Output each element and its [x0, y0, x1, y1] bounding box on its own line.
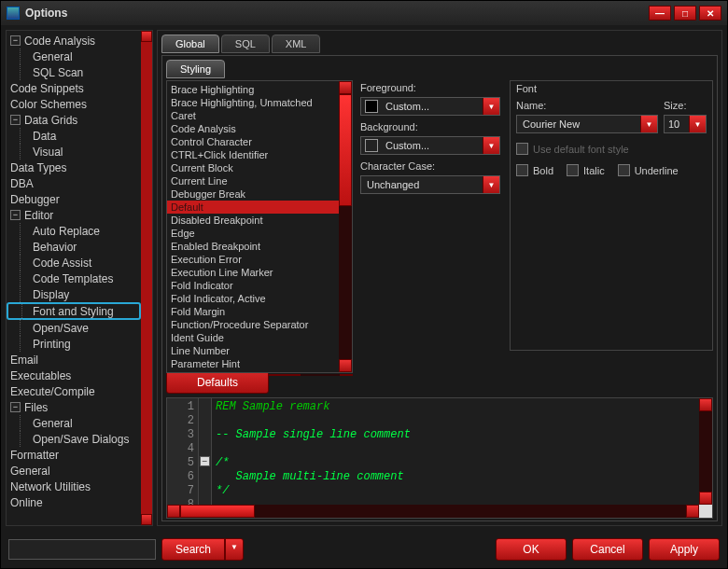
chevron-down-icon[interactable]: ▼ — [483, 137, 499, 154]
tree-item-code-snippets[interactable]: Code Snippets — [7, 80, 141, 96]
tree-expander-icon[interactable]: − — [10, 402, 21, 412]
style-list-item[interactable]: Debugger Break — [167, 187, 339, 201]
underline-checkbox[interactable]: Underline — [618, 164, 679, 176]
tree-item-files[interactable]: −Files — [7, 399, 141, 415]
tree-item-behavior[interactable]: Behavior — [7, 239, 141, 255]
preview-vscrollbar[interactable] — [699, 398, 712, 505]
tab-global[interactable]: Global — [161, 35, 219, 53]
tree-item-debugger[interactable]: Debugger — [7, 191, 141, 207]
charcase-dropdown[interactable]: Unchanged ▼ — [360, 175, 500, 194]
tree-item-open-save[interactable]: Open/Save — [7, 320, 141, 336]
tree-item-formatter[interactable]: Formatter — [7, 447, 141, 463]
style-list-item[interactable]: Control Character — [167, 135, 339, 148]
tab-xml[interactable]: XML — [272, 35, 321, 53]
search-button[interactable]: Search — [161, 538, 225, 561]
foreground-dropdown[interactable]: Custom... ▼ — [360, 97, 500, 116]
style-list-vscrollbar[interactable] — [339, 81, 352, 372]
close-button[interactable]: ✕ — [699, 6, 721, 21]
style-list-item[interactable]: Current Block — [167, 161, 339, 174]
style-list-item[interactable]: Caret — [167, 109, 339, 122]
style-list-item[interactable]: Fold Margin — [167, 305, 339, 318]
style-list-item[interactable]: Ident Guide — [167, 331, 339, 344]
style-list-item[interactable]: Code Analysis — [167, 122, 339, 135]
tree-item-data[interactable]: Data — [7, 128, 141, 144]
preview-fold-gutter: − — [199, 398, 212, 505]
style-list-item[interactable]: Execution Error — [167, 253, 339, 266]
style-list-item[interactable]: CTRL+Click Identifier — [167, 148, 339, 161]
code-line — [216, 414, 695, 428]
tree-item-executables[interactable]: Executables — [7, 368, 141, 383]
tree-item-visual[interactable]: Visual — [7, 144, 141, 160]
tree-item-sql-scan[interactable]: SQL Scan — [7, 64, 141, 80]
style-list-item[interactable]: Edge — [167, 227, 339, 240]
style-list-item[interactable]: Brace Highlighting, Unmatched — [167, 96, 339, 109]
tree-scrollbar[interactable] — [141, 31, 152, 525]
search-dropdown-button[interactable]: ▼ — [225, 538, 244, 561]
tree-expander-icon[interactable]: − — [10, 115, 21, 125]
preview-hscrollbar[interactable] — [167, 505, 712, 518]
tree-expander-icon[interactable]: − — [10, 35, 21, 46]
style-list-item[interactable]: Execution Line Marker — [167, 266, 339, 279]
tree-item-code-templates[interactable]: Code Templates — [7, 271, 141, 286]
use-default-font-checkbox[interactable]: Use default font style — [516, 143, 707, 155]
tree-item-label: Debugger — [10, 193, 60, 206]
tree-item-general[interactable]: General — [7, 49, 141, 64]
tree-item-auto-replace[interactable]: Auto Replace — [7, 223, 141, 239]
options-tree[interactable]: −Code AnalysisGeneralSQL ScanCode Snippe… — [7, 31, 141, 525]
window-title: Options — [25, 7, 649, 20]
chevron-down-icon[interactable]: ▼ — [640, 116, 657, 132]
style-list[interactable]: Brace HighlightingBrace Highlighting, Un… — [166, 80, 353, 373]
style-list-item[interactable]: Brace Highlighting — [167, 83, 339, 96]
tree-item-open-save-dialogs[interactable]: Open/Save Dialogs — [7, 431, 141, 447]
tree-item-general[interactable]: General — [7, 463, 141, 479]
style-list-item[interactable]: Current Line — [167, 174, 339, 187]
tree-item-code-assist[interactable]: Code Assist — [7, 255, 141, 271]
title-bar: Options — □ ✕ — [1, 1, 727, 25]
search-input[interactable] — [8, 539, 156, 560]
tree-item-label: Data — [33, 130, 56, 143]
maximize-button[interactable]: □ — [674, 6, 696, 21]
chevron-down-icon[interactable]: ▼ — [483, 98, 499, 115]
tree-item-execute-compile[interactable]: Execute/Compile — [7, 383, 141, 399]
chevron-down-icon[interactable]: ▼ — [483, 176, 499, 193]
background-dropdown[interactable]: Custom... ▼ — [360, 136, 500, 155]
tree-item-email[interactable]: Email — [7, 352, 141, 368]
tree-item-code-analysis[interactable]: −Code Analysis — [7, 33, 141, 49]
style-list-item[interactable]: Function/Procedure Separator — [167, 318, 339, 331]
tree-item-data-types[interactable]: Data Types — [7, 160, 141, 175]
minimize-button[interactable]: — — [649, 6, 671, 21]
preview-code[interactable]: REM Sample remark-- Sample single line c… — [212, 398, 699, 505]
italic-checkbox[interactable]: Italic — [567, 164, 605, 176]
tree-item-dba[interactable]: DBA — [7, 175, 141, 191]
tab-sql[interactable]: SQL — [221, 35, 270, 53]
style-list-item[interactable]: Enabled Breakpoint — [167, 240, 339, 253]
tree-item-label: Color Schemes — [10, 98, 87, 111]
style-list-item[interactable]: Line Number — [167, 344, 339, 357]
tree-item-editor[interactable]: −Editor — [7, 207, 141, 223]
ok-button[interactable]: OK — [496, 538, 567, 561]
fold-indicator-icon[interactable]: − — [200, 456, 210, 466]
style-list-item[interactable]: Fold Indicator — [167, 279, 339, 292]
code-line — [216, 442, 695, 456]
tree-item-online[interactable]: Online — [7, 494, 141, 510]
chevron-down-icon[interactable]: ▼ — [689, 116, 706, 132]
font-size-dropdown[interactable]: 10 ▼ — [664, 115, 707, 133]
tree-item-printing[interactable]: Printing — [7, 336, 141, 352]
cancel-button[interactable]: Cancel — [572, 538, 643, 561]
tree-expander-icon[interactable]: − — [10, 210, 21, 220]
tree-item-network-utilities[interactable]: Network Utilities — [7, 479, 141, 494]
tree-item-display[interactable]: Display — [7, 286, 141, 302]
font-name-dropdown[interactable]: Courier New ▼ — [516, 115, 658, 133]
tree-item-color-schemes[interactable]: Color Schemes — [7, 96, 141, 112]
style-list-item[interactable]: Fold Indicator, Active — [167, 292, 339, 305]
bold-checkbox[interactable]: Bold — [516, 164, 553, 176]
apply-button[interactable]: Apply — [649, 538, 720, 561]
style-list-item[interactable]: Default — [167, 201, 339, 214]
style-list-item[interactable]: Disabled Breakpoint — [167, 214, 339, 227]
tree-item-general[interactable]: General — [7, 415, 141, 431]
code-line — [216, 498, 695, 505]
tree-item-data-grids[interactable]: −Data Grids — [7, 112, 141, 128]
subtab-styling[interactable]: Styling — [166, 60, 225, 78]
style-list-item[interactable]: Parameter Hint — [167, 357, 339, 370]
tree-item-font-and-styling[interactable]: Font and Styling — [7, 302, 141, 320]
